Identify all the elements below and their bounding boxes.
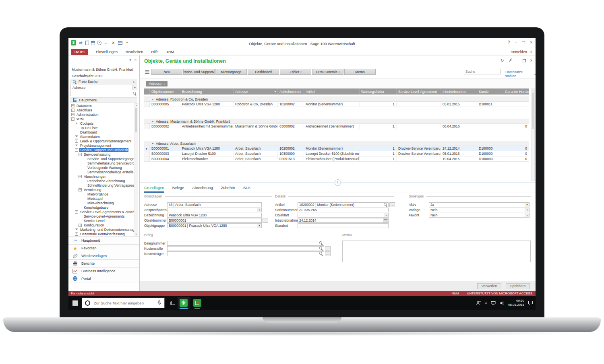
ellipsis-button[interactable]: … <box>325 251 331 256</box>
people-icon[interactable] <box>476 300 481 305</box>
collapse-icon[interactable]: ▾ <box>152 98 153 101</box>
start-button[interactable] <box>68 296 81 310</box>
tree-item[interactable]: −Abrechnungen <box>70 174 134 179</box>
calendar-button[interactable] <box>383 218 388 222</box>
column-header[interactable]: Service-Level-Agreement <box>397 88 441 95</box>
table-row[interactable]: B00000002Antriebseinheit mit Seriennumme… <box>144 124 529 129</box>
toolbar-button[interactable]: CRM Controls▾ <box>312 69 343 75</box>
tree-scrollbar[interactable]: ▴▾ <box>134 103 138 236</box>
search-field-select[interactable]: Adresse ▾ <box>70 85 137 90</box>
text-field[interactable]: B00000001 | Peacock Ultra VGA 1280▾ <box>167 223 262 228</box>
tree-item[interactable]: −xRM <box>70 117 134 121</box>
action-center-icon[interactable] <box>528 300 533 305</box>
search-button[interactable] <box>132 91 137 96</box>
taskbar-search-input[interactable] <box>93 300 154 306</box>
dropdown-button[interactable]: ▾ <box>525 208 529 212</box>
taskbar-search[interactable] <box>82 298 165 308</box>
chevron-up-icon[interactable]: ∧ <box>485 301 487 305</box>
tree-expander-icon[interactable]: − <box>79 153 82 156</box>
tab-sla[interactable]: SLA <box>243 185 250 193</box>
dropdown-button[interactable]: ▾ <box>257 224 261 228</box>
menu-hilfe[interactable]: Hilfe <box>151 50 158 54</box>
wrench-icon[interactable] <box>508 58 513 63</box>
microphone-icon[interactable] <box>157 300 161 306</box>
close-session-icon[interactable]: × <box>530 50 532 54</box>
collapse-panel-button[interactable]: ∧ <box>335 179 341 186</box>
tree-item[interactable]: Service-Level-Agreements <box>70 214 134 218</box>
taskbar-app-chart[interactable] <box>191 297 203 309</box>
tree-item[interactable]: To-Do Liste <box>70 125 134 130</box>
tree-item[interactable]: Vorbeugende Wartung <box>70 165 134 170</box>
table-row[interactable]: B00000003Laserjet Drucker 5100Arber, Sau… <box>144 151 529 156</box>
chevron-down-icon[interactable]: ▾ <box>132 85 137 90</box>
tree-item[interactable]: Periodische Abrechnung <box>70 179 134 183</box>
sidebar-item-business-intelligence[interactable]: Business Intelligence <box>68 267 139 275</box>
row-selector[interactable] <box>144 124 150 129</box>
tree-item[interactable]: Service Level <box>70 218 134 223</box>
toolbar-button[interactable]: Mietvorgänge <box>215 69 247 75</box>
text-field[interactable] <box>167 251 324 256</box>
collapse-icon[interactable]: ▾ <box>152 142 153 145</box>
free-search-input[interactable] <box>70 91 137 96</box>
toolbar-button[interactable]: Dashboard <box>248 69 279 75</box>
text-field[interactable]: 10200002 | Monitor (Seriennummer) <box>298 202 389 207</box>
menu-datei[interactable]: DATEI <box>71 49 88 55</box>
signin-link[interactable]: Anmelden <box>511 50 527 54</box>
pin-icon[interactable]: ▾ <box>129 58 131 62</box>
dropdown-button[interactable]: ▾ <box>257 208 261 212</box>
search-icon[interactable] <box>319 247 323 250</box>
scroll-down-icon[interactable]: ▾ <box>135 232 138 236</box>
menu-bearbeiten[interactable]: Bearbeiten <box>126 50 143 54</box>
memo-textarea[interactable] <box>342 241 531 262</box>
ellipsis-button[interactable]: … <box>263 218 268 223</box>
collapse-icon[interactable]: ▾ <box>152 120 153 123</box>
toolbar-button[interactable]: Zähler▾ <box>280 69 311 75</box>
search-icon[interactable] <box>319 252 323 255</box>
text-field[interactable]: B00000001 <box>167 218 262 223</box>
tree-item[interactable]: Service- und Supportvorgänge <box>70 156 134 161</box>
tree-item[interactable]: +Lead- & Opportunitymanagement <box>70 139 134 143</box>
tree-item[interactable]: −Serviceerfassung <box>70 152 134 156</box>
menu-einstellungen[interactable]: Einstellungen <box>96 50 118 54</box>
close-icon[interactable]: × <box>530 40 532 45</box>
tree-item[interactable]: +Konfiguration <box>70 223 134 227</box>
tab-zubehör[interactable]: Zubehör <box>221 185 235 193</box>
text-field[interactable]: ▾ <box>167 208 262 212</box>
menu-xrm[interactable]: xRM <box>166 50 174 54</box>
ellipsis-button[interactable]: … <box>389 202 395 207</box>
column-header[interactable]: Inbetriebnahme <box>441 88 477 95</box>
refresh-icon[interactable]: ↻ <box>501 58 504 63</box>
dropdown-button[interactable]: ▾ <box>525 203 529 207</box>
text-field[interactable]: 43 | Arber, Sauerlach <box>167 202 262 207</box>
main-menu-header[interactable]: Hauptmenü <box>70 97 137 103</box>
restore-icon[interactable] <box>523 59 526 62</box>
row-selector[interactable]: ▸ <box>144 146 150 151</box>
tree-expander-icon[interactable]: − <box>79 188 82 191</box>
tree-item[interactable]: Knowledgebase <box>70 205 134 210</box>
column-header[interactable]: Kunde <box>477 88 503 95</box>
tree-item[interactable]: −Vermietung <box>70 187 134 192</box>
tree-expander-icon[interactable]: − <box>71 117 74 121</box>
search-icon[interactable] <box>319 241 323 245</box>
sidebar-item-wiedervorlagen[interactable]: Wiedervorlagen <box>68 252 139 259</box>
tree-item[interactable]: −Service-Level-Agreements & Zuschläge <box>70 210 134 214</box>
tree-item[interactable]: +Abschluss <box>70 108 134 112</box>
toolbar-button[interactable]: Neu <box>151 69 182 75</box>
speaker-icon[interactable] <box>500 301 505 305</box>
column-header[interactable]: Objektnummer <box>150 88 180 95</box>
tree-expander-icon[interactable]: + <box>75 140 78 143</box>
ellipsis-button[interactable]: … <box>325 246 331 251</box>
tree-item[interactable]: +Datanorm <box>70 103 134 108</box>
sidebar-item-berichte[interactable]: Berichte <box>68 259 139 267</box>
text-field[interactable]: AL 335-265 <box>298 208 389 212</box>
tree-item[interactable]: +Marketing- und Dokumentenmanagement <box>70 227 134 232</box>
column-header[interactable]: Artikelnummer <box>278 88 304 95</box>
close-icon[interactable]: × <box>530 58 532 63</box>
hamburger-menu-icon[interactable] <box>145 70 149 74</box>
tab-abrechnung[interactable]: Abrechnung <box>192 185 213 193</box>
save-button[interactable]: Speichern <box>506 283 530 289</box>
free-search-header[interactable]: Freie Suche ∧ <box>70 79 137 84</box>
row-selector[interactable] <box>144 151 150 156</box>
scrollbar-thumb[interactable] <box>532 93 534 129</box>
toolbar-button[interactable]: Memo <box>344 69 376 75</box>
